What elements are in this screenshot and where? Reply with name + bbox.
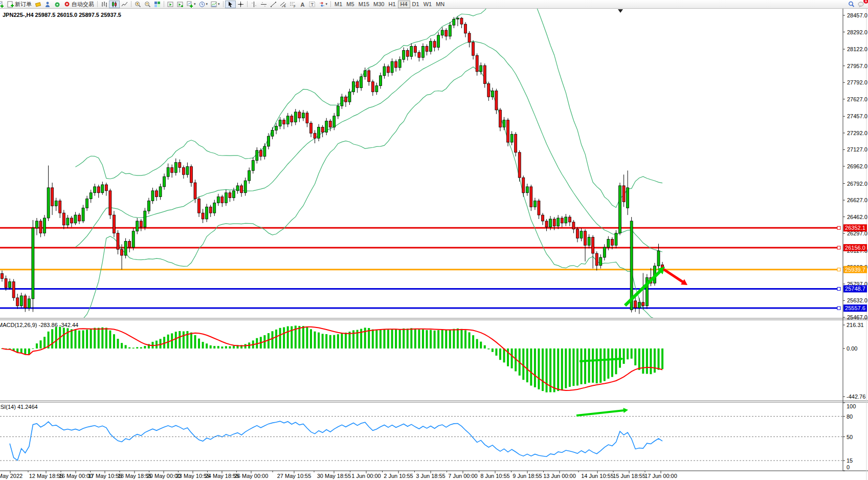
candle <box>294 109 297 125</box>
timeframe-button-d1[interactable]: D1 <box>410 1 421 8</box>
candle <box>325 118 328 136</box>
candle <box>348 89 351 105</box>
new-order-button[interactable]: 新订单 <box>6 1 33 8</box>
candle <box>476 53 478 75</box>
timeframe-button-m5[interactable]: M5 <box>344 1 356 8</box>
zoom-in-icon[interactable] <box>133 1 143 8</box>
autotrading-button[interactable]: 自动交易 <box>62 1 96 8</box>
cursor-glyph <box>227 1 234 8</box>
candle <box>1 271 4 282</box>
timeframe-button-h1[interactable]: H1 <box>386 1 397 8</box>
candle <box>221 195 224 207</box>
text-label-icon[interactable]: T <box>307 1 317 8</box>
timeframe-button-w1[interactable]: W1 <box>421 1 434 8</box>
candle <box>244 178 247 196</box>
textT-glyph: T <box>309 1 316 8</box>
channel-glyph: E <box>280 1 286 8</box>
horizontal-price-lines[interactable] <box>0 226 840 310</box>
chart-title: JPN225-,H4 25987.5 26015.0 25897.5 25937… <box>3 12 121 18</box>
arrows-icon[interactable]: ▾ <box>317 1 329 8</box>
textA-glyph: A <box>299 1 306 8</box>
candle <box>97 185 100 198</box>
periods-icon[interactable]: ▾ <box>197 1 210 8</box>
candle <box>499 108 501 131</box>
price-axis-tick: 26792.0 <box>847 181 867 187</box>
person-glyph <box>44 1 51 8</box>
candlestick-chart-icon[interactable] <box>109 1 120 8</box>
rsi-indicator-label: RSI(14) 41.2464 <box>0 404 38 410</box>
candle <box>526 184 528 196</box>
metaeditor-icon[interactable] <box>33 1 43 8</box>
timeframe-button-m15[interactable]: M15 <box>357 1 371 8</box>
chartplus-glyph <box>0 1 4 8</box>
timeframe-button-mn[interactable]: MN <box>434 1 447 8</box>
candle <box>356 80 359 93</box>
candle <box>595 251 598 270</box>
fibonacci-icon[interactable]: F <box>288 1 298 8</box>
candle <box>117 230 119 254</box>
tile-windows-icon[interactable] <box>152 1 162 8</box>
candle <box>456 16 459 26</box>
cursor-icon[interactable] <box>225 1 236 8</box>
chevron-down-icon: ▾ <box>218 2 220 6</box>
candle <box>642 273 644 310</box>
candle <box>101 182 104 195</box>
chart-canvas[interactable]: 28457.028292.028122.027957.027792.027627… <box>0 0 868 480</box>
candle <box>275 123 278 135</box>
candle <box>291 114 293 126</box>
chart-shift-marker <box>618 9 623 13</box>
candle <box>109 189 112 219</box>
profiles-icon[interactable] <box>175 1 185 8</box>
vertical-line-icon[interactable] <box>249 1 259 8</box>
line-chart-icon[interactable] <box>120 1 129 8</box>
chevron-down-icon: ▾ <box>194 2 196 6</box>
candle <box>283 118 285 129</box>
zoomout-glyph <box>144 1 151 8</box>
chat-icon[interactable]: 1 <box>856 1 866 8</box>
candle <box>622 174 625 207</box>
autotrading-button-label: 自动交易 <box>72 1 94 8</box>
candle <box>236 183 239 194</box>
candle <box>375 83 378 95</box>
horizontal-line-icon[interactable] <box>259 1 269 8</box>
timeframe-button-m30[interactable]: M30 <box>371 1 386 8</box>
bar-chart-icon[interactable] <box>99 1 109 8</box>
search-icon[interactable] <box>847 1 856 8</box>
templates-icon[interactable]: ▾ <box>209 1 221 8</box>
candle <box>256 147 258 164</box>
strategy-tester-icon[interactable] <box>53 1 62 8</box>
zoom-out-icon[interactable] <box>143 1 152 8</box>
candle <box>271 127 274 139</box>
candle <box>82 205 84 223</box>
neworder-glyph <box>7 1 14 8</box>
candle <box>147 198 150 214</box>
indicators-icon[interactable]: ▾ <box>185 1 197 8</box>
timeframe-button-h4[interactable]: H4 <box>398 1 410 8</box>
time-axis-label: 17 Jun 00:00 <box>644 473 677 479</box>
macd-axis-tick: 0.00 <box>847 345 857 352</box>
candle <box>445 28 448 40</box>
bollinger-upper-band <box>75 0 662 207</box>
trendline-icon[interactable] <box>269 1 278 8</box>
svg-text:E: E <box>284 5 286 8</box>
timeframe-button-m1[interactable]: M1 <box>332 1 344 8</box>
candle <box>437 32 440 51</box>
equidistant-channel-icon[interactable]: E <box>278 1 288 8</box>
rsi-up-arrow[interactable] <box>576 408 628 416</box>
market-watch-icon[interactable] <box>43 1 53 8</box>
candle <box>383 63 386 79</box>
toolbar-separator <box>247 1 248 7</box>
chevron-down-icon: ▾ <box>326 2 328 6</box>
candle <box>186 163 189 178</box>
arrows-glyph <box>319 1 325 8</box>
text-icon[interactable]: A <box>298 1 307 8</box>
toolbar-separator <box>131 1 131 7</box>
crosshair-icon[interactable] <box>236 1 246 8</box>
main-down-arrow[interactable] <box>663 269 687 285</box>
candle <box>206 204 208 222</box>
candle <box>298 110 301 122</box>
new-chart-icon[interactable] <box>166 1 175 8</box>
candle <box>286 113 289 127</box>
chart-window-partial-icon[interactable] <box>0 1 6 8</box>
candle <box>368 69 370 86</box>
